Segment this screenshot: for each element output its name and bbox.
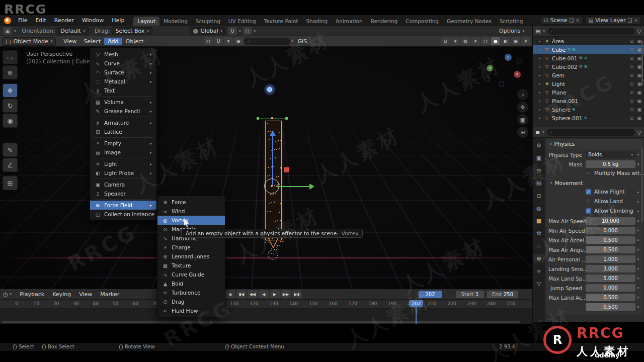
show-gizmos-icon[interactable]: ⊚ [441, 37, 450, 45]
active-tool-icon[interactable]: ⊞ [3, 27, 12, 35]
animate-decorator[interactable] [635, 268, 640, 269]
properties-tab-particles[interactable]: ∴ [533, 241, 544, 250]
gizmo-y-axis[interactable]: Y [487, 65, 493, 71]
properties-search-input[interactable]: ⌕ [547, 129, 635, 136]
menu-help[interactable]: Help [108, 17, 128, 24]
shading-material-icon[interactable]: ◐ [501, 37, 510, 45]
playhead-frame-badge[interactable]: 202 [409, 300, 423, 307]
hide-eye-icon[interactable]: ⊙ [630, 64, 634, 69]
add-menu-item-text[interactable]: aText [90, 86, 156, 95]
move-tool-button[interactable]: ✥ [3, 83, 18, 98]
snap-magnet-icon[interactable]: U [214, 37, 223, 45]
timeline-menu-view[interactable]: View [79, 291, 92, 298]
remove-view-layer-icon[interactable]: ✕ [634, 18, 638, 23]
outliner-scrollbar[interactable] [641, 40, 643, 85]
gizmo-neg-z-axis[interactable] [499, 81, 504, 86]
tab-scripting[interactable]: Scripting [496, 17, 527, 26]
gizmo-neg-x-axis[interactable] [485, 76, 490, 81]
hide-eye-icon[interactable]: ⊙ [630, 116, 634, 121]
add-menu-item-speaker[interactable]: ♫Speaker [90, 189, 156, 198]
expand-arrow-icon[interactable]: ▸ [539, 108, 544, 112]
current-frame-field[interactable]: 202 [419, 291, 442, 298]
viewport-menu-select[interactable]: Select [80, 38, 104, 45]
next-keyframe-button[interactable]: ▶▶ [281, 290, 291, 298]
cursor-tool-button[interactable]: ⊕ [3, 65, 18, 79]
properties-editor-icon[interactable]: ≡ [535, 129, 540, 136]
checkbox-allow-land[interactable] [586, 199, 591, 204]
properties-tab-world[interactable]: ◍ [533, 204, 544, 213]
gizmo-neg-y-axis[interactable] [517, 58, 522, 63]
properties-tab-render[interactable]: ▣ [533, 153, 544, 162]
outliner-row-plane[interactable]: ▸▽Plane⊙▣ [533, 88, 644, 97]
disable-render-icon[interactable]: ▣ [637, 47, 641, 52]
timeline-menu-keying[interactable]: Keying [52, 291, 71, 298]
rotate-tool-button[interactable]: ↻ [3, 99, 18, 113]
hide-eye-icon[interactable]: ⊙ [630, 39, 634, 44]
outliner-row-light[interactable]: ▸☀Light⊙▣ [533, 79, 644, 88]
shading-solid-icon[interactable]: ● [491, 37, 500, 45]
timeline-menu-playback[interactable]: Playback [20, 291, 44, 298]
tab-sculpting[interactable]: Sculpting [192, 17, 224, 26]
outliner-row-sphere-001[interactable]: ▸▽Sphere.001≋⊙▣ [533, 114, 644, 122]
force-field-item-lennard-jones[interactable]: ⊗Lennard-Jones [157, 252, 225, 261]
hide-eye-icon[interactable]: ⊙ [630, 90, 634, 95]
unlink-scene-icon[interactable]: ✕ [576, 18, 580, 23]
properties-tab-constraints[interactable]: ∞ [533, 266, 544, 276]
tab-modeling[interactable]: Modeling [159, 17, 192, 26]
properties-tab-object-data[interactable]: ▽ [533, 279, 544, 288]
add-menu-item-armature[interactable]: ⋔Armature▸ [90, 118, 156, 127]
value-field-mass[interactable]: 0.5 kg [586, 160, 635, 168]
timeline-editor-icon[interactable]: ◷ [3, 291, 8, 298]
disable-render-icon[interactable]: ▣ [637, 81, 641, 86]
outliner-row-cube-002[interactable]: ▸▽Cube.002⚒≋⊙▣ [533, 62, 644, 71]
value-field-max-land-ac[interactable]: 0.500 [586, 294, 635, 301]
value-field-landing-smo[interactable]: 3.000 [586, 265, 635, 273]
disable-render-icon[interactable]: ▣ [637, 107, 641, 112]
tab-animation[interactable]: Animation [332, 17, 367, 26]
menu-window[interactable]: Window [78, 17, 108, 24]
camera-view-icon[interactable]: ▣ [517, 114, 528, 125]
animate-decorator[interactable] [635, 163, 640, 165]
disable-render-icon[interactable]: ▣ [637, 73, 641, 78]
menu-edit[interactable]: Edit [31, 17, 50, 24]
add-menu-item-force-field[interactable]: ≋Force Field▸ [90, 201, 156, 210]
tab-texture-paint[interactable]: Texture Paint [260, 17, 302, 26]
transform-tool-button[interactable]: ◉ [3, 114, 18, 128]
add-menu-item-mesh[interactable]: ▽Mesh▸ [90, 50, 156, 59]
timeline-ruler[interactable]: 0102030405060708090100110120130140150160… [0, 300, 532, 309]
value-field-max-air-accel[interactable]: 0.500 [586, 236, 635, 244]
outliner-row-plane-001[interactable]: ▸▽Plane.001⊙▣ [533, 97, 644, 105]
vertex-handle[interactable] [285, 117, 288, 120]
panel-section-movement[interactable]: ▾Movement [546, 178, 642, 188]
expand-arrow-icon[interactable]: ▸ [539, 116, 544, 120]
properties-tab-output[interactable]: ⊟ [533, 166, 544, 175]
animate-decorator[interactable] [635, 211, 640, 212]
value-field-max-air-angu[interactable]: 0.500 [586, 246, 635, 253]
animate-decorator[interactable] [635, 154, 640, 155]
expand-arrow-icon[interactable]: ▸ [539, 99, 544, 103]
measure-tool-button[interactable]: ∠ [3, 158, 18, 172]
add-menu-item-volume[interactable]: ▦Volume▸ [90, 98, 156, 107]
view-layer-selector[interactable]: ▤ View Layer ❏ ✕ [586, 16, 641, 25]
overlays-dropdown[interactable]: ▾ [471, 37, 480, 45]
snap-dropdown-icon[interactable]: ▾ [239, 29, 241, 33]
orientation-dropdown[interactable]: Default ▾ [57, 27, 89, 35]
disable-render-icon[interactable]: ▣ [637, 99, 641, 104]
hide-eye-icon[interactable]: ⊙ [630, 56, 634, 61]
add-menu-item-image[interactable]: ▤Image▸ [90, 148, 156, 157]
outliner-row-area[interactable]: ▸☀Area⊙▣ [533, 37, 644, 45]
animate-decorator[interactable] [635, 239, 640, 241]
add-menu-item-metaball[interactable]: ◌Metaball▸ [90, 77, 156, 86]
light-object[interactable] [267, 87, 272, 92]
vertex-handle[interactable] [257, 117, 259, 120]
tab-geometry-nodes[interactable]: Geometry Nodes [443, 17, 496, 26]
animate-decorator[interactable] [635, 287, 640, 289]
disable-render-icon[interactable]: ▣ [637, 64, 641, 69]
hide-eye-icon[interactable]: ⊙ [630, 81, 634, 86]
add-menu-item-lattice[interactable]: ⊞Lattice [90, 127, 156, 136]
toggle-ortho-icon[interactable]: ⊞ [517, 127, 528, 138]
value-field-max-land-sp[interactable]: 5.000 [586, 275, 635, 282]
navigation-gizmo[interactable]: Z Y X [480, 52, 531, 92]
physics-panel-header[interactable]: ▾ Physics [546, 139, 642, 149]
dropdown-physics-type[interactable]: Boids▾ [586, 151, 635, 158]
